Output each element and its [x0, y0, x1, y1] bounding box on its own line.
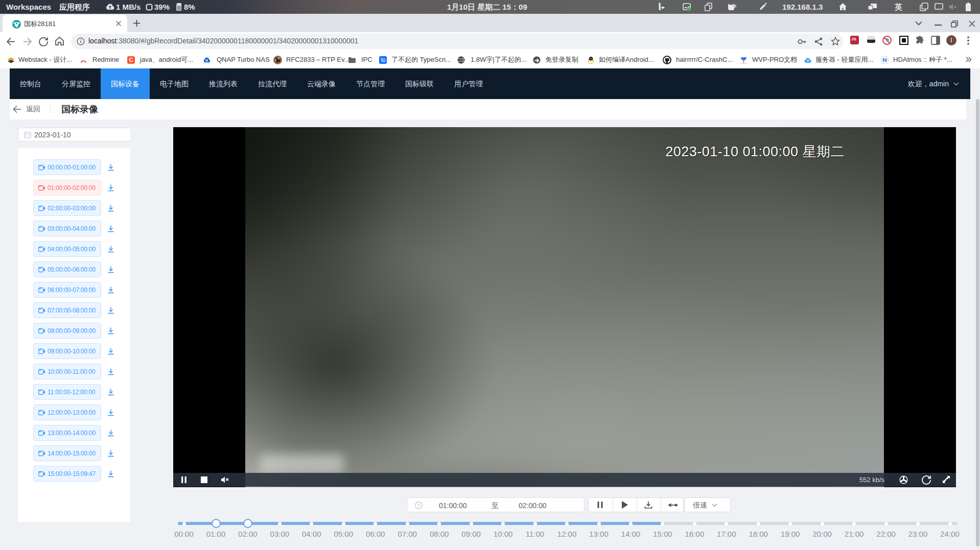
svg-text:WVP·PRO: WVP·PRO: [741, 63, 747, 64]
